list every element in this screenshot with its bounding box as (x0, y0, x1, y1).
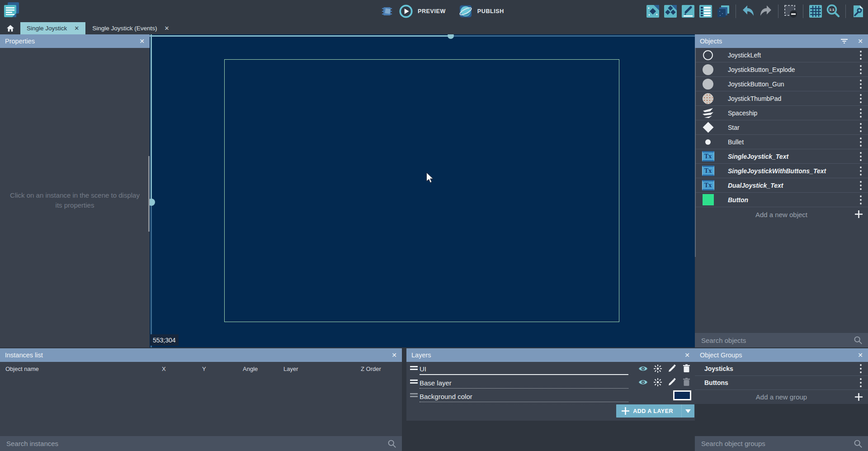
preview-button[interactable]: PREVIEW (418, 8, 446, 14)
scene-settings-icon[interactable] (851, 4, 865, 19)
edit-layer-icon[interactable] (667, 364, 677, 373)
toolbar-divider (778, 5, 778, 18)
object-menu-icon[interactable] (859, 152, 862, 161)
search-object-groups-input[interactable] (695, 440, 854, 447)
object-row[interactable]: Tx DualJoystick_Text (695, 178, 868, 193)
layers-stack-icon[interactable] (716, 4, 731, 19)
undo-icon[interactable] (741, 4, 755, 19)
add-group-button[interactable]: Add a new group (695, 390, 868, 404)
tab-label: Single Joystick (Events) (92, 25, 157, 32)
object-row[interactable]: Button (695, 193, 868, 207)
scene-window-border (224, 59, 619, 322)
properties-scrollbar[interactable] (148, 156, 150, 232)
group-row[interactable]: Joysticks (695, 362, 868, 376)
background-color-label: Background color (420, 393, 628, 402)
object-menu-icon[interactable] (859, 79, 862, 89)
object-menu-icon[interactable] (859, 65, 862, 75)
close-icon[interactable]: ✕ (392, 351, 397, 359)
group-menu-icon[interactable] (859, 378, 862, 388)
debug-icon[interactable] (380, 4, 394, 19)
search-instances-input[interactable] (0, 440, 387, 447)
close-icon[interactable]: ✕ (165, 25, 170, 32)
scene-canvas[interactable]: 553;304 (150, 34, 695, 347)
layer-effects-icon[interactable] (653, 377, 662, 387)
add-layer-label: ADD A LAYER (629, 408, 681, 414)
drag-handle-icon[interactable] (410, 366, 418, 371)
delete-selection-icon[interactable] (783, 4, 798, 19)
background-color-swatch[interactable] (673, 390, 691, 400)
canvas-hscrollbar-track[interactable] (451, 35, 695, 37)
canvas-vscrollbar-track[interactable] (151, 202, 152, 347)
object-name: Button (728, 196, 748, 204)
search-icon (854, 336, 863, 345)
visibility-eye-icon[interactable] (638, 364, 648, 373)
edit-layer-icon[interactable] (667, 377, 677, 387)
column-x: X (162, 366, 166, 372)
delete-layer-icon[interactable] (682, 364, 691, 373)
visibility-eye-icon[interactable] (638, 377, 648, 387)
object-groups-header: Object Groups ✕ (695, 348, 868, 362)
panel-title: Properties (5, 38, 35, 45)
preview-play-icon[interactable] (399, 4, 413, 19)
close-icon[interactable]: ✕ (74, 25, 79, 32)
object-name: JoystickLeft (728, 52, 761, 59)
add-object-icon[interactable] (646, 4, 660, 19)
objects-list-icon[interactable] (698, 4, 713, 19)
object-name: JoystickButton_Gun (728, 81, 784, 88)
group-menu-icon[interactable] (859, 364, 862, 374)
object-row[interactable]: Star (695, 120, 868, 135)
object-row[interactable]: Spaceship (695, 106, 868, 120)
add-group-label: Add a new group (756, 393, 807, 401)
close-icon[interactable]: ✕ (858, 351, 863, 359)
object-menu-icon[interactable] (859, 195, 862, 205)
tab-single-joystick-events[interactable]: Single Joystick (Events) ✕ (85, 22, 175, 34)
object-row[interactable]: Tx SingleJoystick_Text (695, 149, 868, 164)
group-row[interactable]: Buttons (695, 376, 868, 390)
layer-name-field[interactable]: UI (420, 365, 628, 375)
canvas-hscrollbar[interactable] (150, 35, 451, 37)
white-dot-icon (701, 135, 715, 149)
add-layer-button[interactable]: ADD A LAYER (616, 404, 694, 418)
object-row[interactable]: Tx SingleJoystickWithButtons_Text (695, 164, 868, 178)
canvas-vscroll-handle[interactable] (150, 199, 155, 206)
edit-scene-icon[interactable] (681, 4, 695, 19)
zoom-1-1-icon[interactable]: 1:1 (826, 4, 840, 19)
chevron-down-icon[interactable] (682, 409, 694, 413)
canvas-vscrollbar[interactable] (151, 34, 152, 202)
instances-icon[interactable] (663, 4, 678, 19)
project-manager-icon[interactable] (3, 1, 21, 19)
home-tab[interactable] (0, 22, 20, 34)
object-menu-icon[interactable] (859, 50, 862, 60)
object-row[interactable]: Bullet (695, 135, 868, 149)
layer-effects-icon[interactable] (653, 364, 662, 373)
object-menu-icon[interactable] (859, 108, 862, 118)
column-object-name: Object name (5, 366, 39, 372)
object-menu-icon[interactable] (859, 137, 862, 147)
object-row[interactable]: JoystickButton_Gun (695, 77, 868, 91)
redo-icon[interactable] (759, 4, 773, 19)
close-icon[interactable]: ✕ (858, 38, 863, 45)
column-layer: Layer (283, 366, 298, 372)
publish-button[interactable]: PUBLISH (477, 8, 504, 14)
object-menu-icon[interactable] (859, 180, 862, 190)
object-row[interactable]: JoystickThumbPad (695, 91, 868, 106)
object-menu-icon[interactable] (859, 166, 862, 176)
canvas-hscroll-handle[interactable] (448, 34, 454, 39)
layer-name-field[interactable]: Base layer (420, 379, 628, 389)
close-icon[interactable]: ✕ (139, 38, 145, 45)
search-objects-input[interactable] (695, 337, 854, 344)
tab-single-joystick[interactable]: Single Joystick ✕ (20, 22, 85, 34)
drag-handle-icon[interactable] (410, 380, 418, 385)
gray-circle-icon (701, 77, 715, 91)
close-icon[interactable]: ✕ (684, 351, 690, 359)
object-row[interactable]: JoystickButton_Explode (695, 62, 868, 77)
object-menu-icon[interactable] (859, 94, 862, 104)
add-object-button[interactable]: Add a new object (695, 207, 868, 222)
filter-icon[interactable] (841, 38, 848, 44)
panel-title: Object Groups (700, 351, 742, 359)
object-name: JoystickButton_Explode (728, 66, 795, 73)
object-row[interactable]: JoystickLeft (695, 48, 868, 62)
publish-planet-icon[interactable] (458, 4, 473, 19)
grid-icon[interactable] (808, 4, 823, 19)
object-menu-icon[interactable] (859, 123, 862, 133)
